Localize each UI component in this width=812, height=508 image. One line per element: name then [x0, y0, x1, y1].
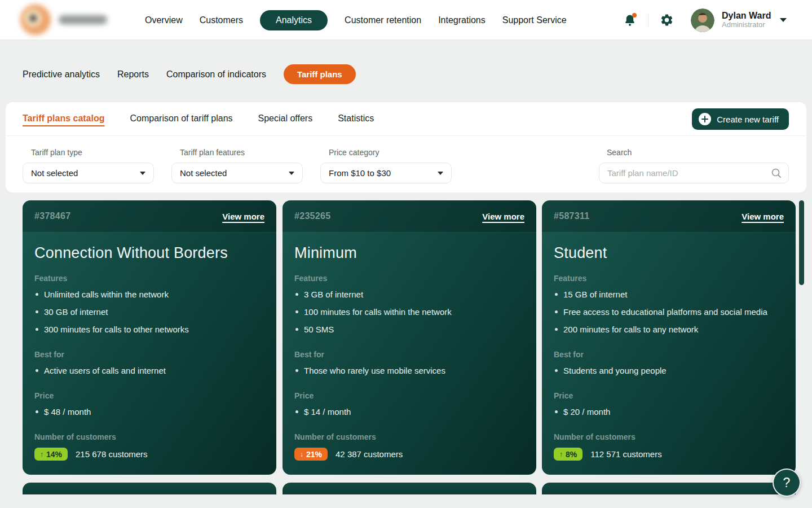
create-new-tariff-label: Create new tariff [717, 115, 779, 124]
top-navigation-bar: Overview Customers Analytics Customer re… [0, 0, 812, 40]
tab-comparison-of-tariff-plans[interactable]: Comparison of tariff plans [130, 113, 233, 124]
help-button[interactable]: ? [773, 468, 801, 497]
view-more-link[interactable]: View more [482, 212, 524, 221]
notification-dot [632, 13, 637, 17]
user-avatar[interactable] [691, 8, 714, 32]
tariff-card: #587311 View more Student Features 15 GB… [542, 200, 796, 475]
best-for-label: Best for [34, 350, 264, 359]
vertical-scrollbar-thumb[interactable] [799, 200, 804, 285]
user-name: Dylan Ward [722, 11, 771, 21]
customers-label: Number of customers [294, 432, 524, 441]
nav-item-customers[interactable]: Customers [200, 15, 243, 25]
price-label: Price [294, 391, 524, 400]
filter-label-tariff-plan-features: Tariff plan features [180, 148, 245, 157]
best-for-list: Active users of calls and internet [34, 362, 264, 379]
nav-item-customer-retention[interactable]: Customer retention [345, 15, 421, 25]
vertical-divider [648, 14, 648, 27]
subnav-item-predictive-analytics[interactable]: Predictive analytics [23, 69, 100, 80]
subnav-item-comparison-of-indicators[interactable]: Comparison of indicators [166, 69, 266, 80]
features-label: Features [554, 274, 784, 283]
trend-percent: 8% [566, 450, 577, 459]
nav-item-support-service[interactable]: Support Service [502, 15, 567, 25]
customers-row: ↑ 14% 215 678 customers [34, 448, 264, 461]
user-menu[interactable]: Dylan Ward Administrator [722, 11, 771, 29]
tariff-card-header: #587311 View more [542, 200, 796, 233]
search-input[interactable] [599, 163, 789, 183]
best-for-item: Active users of calls and internet [34, 362, 264, 379]
trend-percent: 21% [306, 450, 322, 459]
topnav-right-cluster: Dylan Ward Administrator [623, 0, 787, 40]
chevron-down-icon [289, 172, 294, 175]
brand-logo-icon [20, 5, 51, 35]
tariff-card-header: #378467 View more [23, 200, 276, 233]
brand-logo[interactable] [20, 5, 107, 35]
trend-badge-up: ↑ 14% [34, 448, 68, 461]
main-menu: Overview Customers Analytics Customer re… [145, 0, 567, 40]
plus-icon [699, 113, 711, 125]
tariff-card-partial [23, 483, 276, 494]
tariff-card-partial [542, 483, 796, 494]
tariff-plan-type-value: Not selected [31, 168, 78, 178]
tab-statistics[interactable]: Statistics [338, 113, 374, 124]
feature-item: 30 GB of internet [34, 303, 264, 321]
notifications-button[interactable] [623, 13, 637, 28]
price-list: $ 48 / month [34, 403, 264, 421]
tariff-title: Connection Without Borders [34, 244, 264, 262]
trend-badge-down: ↓ 21% [294, 448, 328, 461]
features-list: 3 GB of internet 100 minutes for calls w… [294, 286, 524, 338]
tariff-title: Minimum [294, 244, 524, 262]
feature-item: 200 minutes for calls to any network [554, 321, 784, 338]
magnifier-icon[interactable] [770, 167, 782, 181]
chevron-down-icon [140, 172, 145, 175]
tab-special-offers[interactable]: Special offers [258, 113, 313, 124]
arrow-up-icon: ↑ [40, 450, 43, 458]
tariff-card-body: Minimum Features 3 GB of internet 100 mi… [283, 244, 536, 461]
analytics-subnav: Predictive analytics Reports Comparison … [23, 64, 356, 85]
features-list: Unlimited calls within the network 30 GB… [34, 286, 264, 338]
user-role: Administrator [722, 21, 771, 29]
arrow-down-icon: ↓ [300, 450, 303, 458]
tariff-card: #378467 View more Connection Without Bor… [23, 200, 276, 475]
price-item: $ 48 / month [34, 403, 264, 421]
best-for-label: Best for [294, 350, 524, 359]
nav-item-integrations[interactable]: Integrations [438, 15, 486, 25]
tariff-plan-type-dropdown[interactable]: Not selected [23, 163, 154, 183]
feature-item: 50 SMS [294, 321, 524, 338]
feature-item: Unlimited calls within the network [34, 286, 264, 303]
nav-item-overview[interactable]: Overview [145, 15, 183, 25]
view-more-link[interactable]: View more [222, 212, 264, 221]
tab-tariff-plans-catalog[interactable]: Tariff plans catalog [23, 113, 105, 124]
customers-count: 215 678 customers [76, 449, 148, 459]
gear-icon [660, 13, 674, 27]
customers-label: Number of customers [554, 432, 784, 441]
feature-item: 100 minutes for calls within the network [294, 303, 524, 321]
search-field [599, 163, 789, 183]
price-item: $ 20 / month [554, 403, 784, 421]
tariff-plan-features-dropdown[interactable]: Not selected [171, 163, 303, 183]
price-label: Price [34, 391, 264, 400]
view-more-link[interactable]: View more [742, 212, 784, 221]
avatar-photo [691, 8, 714, 32]
features-list: 15 GB of internet Free access to educati… [554, 286, 784, 338]
price-label: Price [554, 391, 784, 400]
price-category-dropdown[interactable]: From $10 to $30 [320, 163, 452, 183]
chevron-down-icon[interactable] [780, 18, 787, 22]
settings-button[interactable] [659, 13, 674, 28]
create-new-tariff-button[interactable]: Create new tariff [692, 108, 789, 130]
best-for-item: Those who rarely use mobile services [294, 362, 524, 379]
app-screen: Overview Customers Analytics Customer re… [0, 0, 812, 508]
tariff-plan-features-value: Not selected [180, 168, 227, 178]
panel-divider [6, 135, 806, 136]
tariff-card: #235265 View more Minimum Features 3 GB … [283, 200, 536, 475]
best-for-item: Students and young people [554, 362, 784, 379]
customers-row: ↑ 8% 112 571 customers [554, 448, 784, 461]
subnav-item-tariff-plans-active[interactable]: Tariff plans [284, 64, 356, 84]
nav-item-analytics-active[interactable]: Analytics [260, 10, 328, 30]
tariff-card-body: Connection Without Borders Features Unli… [23, 244, 276, 461]
price-item: $ 14 / month [294, 403, 524, 421]
search-label: Search [607, 148, 632, 157]
subnav-item-reports[interactable]: Reports [117, 69, 149, 80]
filter-label-tariff-plan-type: Tariff plan type [31, 148, 82, 157]
best-for-list: Those who rarely use mobile services [294, 362, 524, 379]
best-for-list: Students and young people [554, 362, 784, 379]
